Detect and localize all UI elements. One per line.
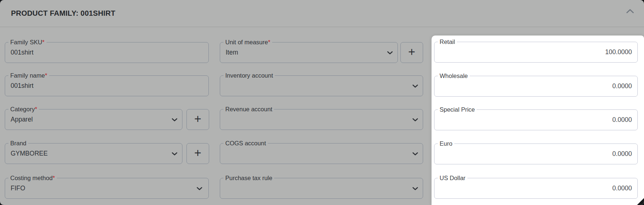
plus-icon: + (194, 146, 201, 160)
euro-value: 0.0000 (434, 144, 637, 164)
retail-value: 100.0000 (434, 42, 637, 62)
us-dollar-price-field[interactable]: US Dollar 0.0000 (434, 178, 638, 199)
plus-icon: + (408, 45, 415, 59)
unit-of-measure-select[interactable]: Unit of measure* Item (220, 42, 398, 63)
brand-select[interactable]: Brand GYMBOREE (5, 143, 182, 164)
product-family-card: PRODUCT FAMILY: 001SHIRT Family SKU* 001… (0, 0, 644, 205)
chevron-down-icon (412, 185, 418, 192)
revenue-account-value (220, 109, 423, 130)
unit-of-measure-value: Item (220, 42, 397, 63)
inventory-account-select[interactable]: Inventory account (220, 75, 423, 96)
add-category-button[interactable]: + (186, 109, 209, 130)
brand-value: GYMBOREE (5, 144, 182, 164)
cogs-account-select[interactable]: COGS account (220, 143, 423, 164)
add-unit-of-measure-button[interactable]: + (400, 42, 423, 63)
family-sku-value: 001shirt (5, 42, 208, 63)
us-dollar-value: 0.0000 (434, 178, 637, 198)
inventory-account-value (220, 76, 423, 96)
chevron-down-icon (387, 49, 393, 56)
resize-handle[interactable] (637, 198, 644, 205)
cogs-account-value (220, 144, 423, 164)
special-price-value: 0.0000 (434, 110, 637, 130)
price-list-panel: Retail 100.0000 Wholesale 0.0000 Special… (432, 36, 644, 205)
family-name-field[interactable]: Family name* 001shirt (5, 75, 209, 96)
chevron-up-icon (626, 9, 634, 15)
page-title: PRODUCT FAMILY: 001SHIRT (11, 0, 115, 27)
wholesale-price-field[interactable]: Wholesale 0.0000 (434, 76, 638, 97)
wholesale-value: 0.0000 (434, 76, 637, 96)
plus-icon: + (194, 112, 201, 126)
chevron-down-icon (412, 150, 418, 157)
revenue-account-select[interactable]: Revenue account (220, 109, 423, 130)
family-sku-field[interactable]: Family SKU* 001shirt (5, 42, 209, 63)
chevron-down-icon (172, 150, 177, 157)
retail-price-field[interactable]: Retail 100.0000 (434, 42, 638, 63)
costing-method-select[interactable]: Costing method* FIFO (5, 178, 209, 199)
chevron-down-icon (412, 116, 418, 123)
chevron-down-icon (172, 116, 177, 123)
chevron-down-icon (412, 83, 418, 89)
add-brand-button[interactable]: + (186, 143, 209, 164)
collapse-section-button[interactable] (625, 7, 635, 16)
category-value: Apparel (5, 109, 182, 130)
special-price-field[interactable]: Special Price 0.0000 (434, 109, 638, 130)
purchase-tax-rule-value (220, 178, 423, 198)
product-family-screen: PRODUCT FAMILY: 001SHIRT Family SKU* 001… (0, 0, 644, 205)
category-select[interactable]: Category* Apparel (5, 109, 182, 130)
chevron-down-icon (197, 185, 202, 192)
family-name-value: 001shirt (5, 76, 208, 96)
costing-method-value: FIFO (5, 178, 208, 198)
purchase-tax-rule-select[interactable]: Purchase tax rule (220, 178, 423, 199)
section-header: PRODUCT FAMILY: 001SHIRT (0, 0, 644, 27)
euro-price-field[interactable]: Euro 0.0000 (434, 144, 638, 164)
